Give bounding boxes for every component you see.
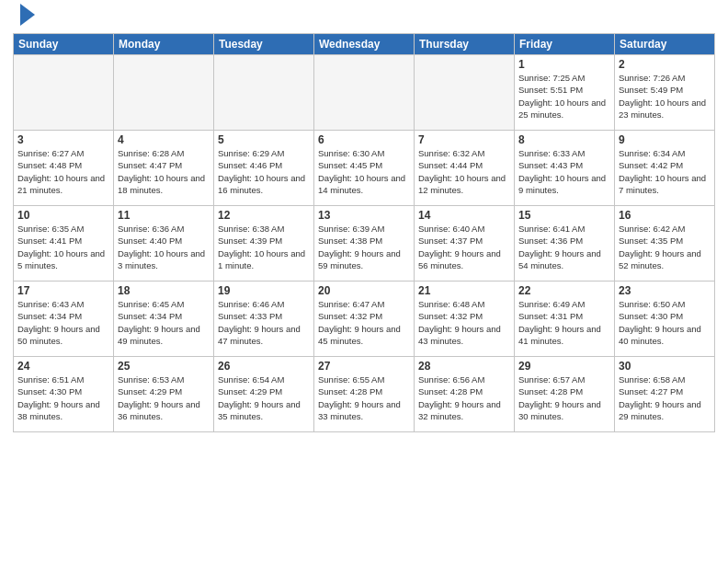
day-info: Sunrise: 6:28 AM Sunset: 4:47 PM Dayligh…: [118, 147, 210, 196]
day-number: 30: [619, 360, 711, 373]
header: [13, 9, 715, 28]
day-info: Sunrise: 6:53 AM Sunset: 4:29 PM Dayligh…: [118, 373, 210, 422]
week-row-3: 10Sunrise: 6:35 AM Sunset: 4:41 PM Dayli…: [14, 206, 715, 282]
calendar-cell: 4Sunrise: 6:28 AM Sunset: 4:47 PM Daylig…: [114, 131, 214, 206]
day-info: Sunrise: 6:58 AM Sunset: 4:27 PM Dayligh…: [619, 373, 711, 422]
calendar-cell: 18Sunrise: 6:45 AM Sunset: 4:34 PM Dayli…: [114, 282, 214, 357]
day-number: 28: [418, 360, 510, 373]
calendar-cell: 13Sunrise: 6:39 AM Sunset: 4:38 PM Dayli…: [314, 206, 415, 282]
calendar-cell: 9Sunrise: 6:34 AM Sunset: 4:42 PM Daylig…: [615, 131, 715, 206]
day-number: 6: [318, 133, 410, 146]
calendar-cell: 30Sunrise: 6:58 AM Sunset: 4:27 PM Dayli…: [615, 357, 715, 432]
day-info: Sunrise: 6:30 AM Sunset: 4:45 PM Dayligh…: [318, 147, 410, 196]
weekday-header-thursday: Thursday: [415, 34, 515, 55]
day-info: Sunrise: 6:45 AM Sunset: 4:34 PM Dayligh…: [118, 298, 210, 347]
day-number: 8: [518, 133, 610, 146]
calendar-cell: [114, 55, 214, 131]
day-info: Sunrise: 6:33 AM Sunset: 4:43 PM Dayligh…: [518, 147, 610, 196]
calendar-cell: 11Sunrise: 6:36 AM Sunset: 4:40 PM Dayli…: [114, 206, 214, 282]
day-info: Sunrise: 6:47 AM Sunset: 4:32 PM Dayligh…: [318, 298, 410, 347]
day-number: 1: [518, 58, 610, 71]
page: SundayMondayTuesdayWednesdayThursdayFrid…: [0, 0, 728, 563]
weekday-header-sunday: Sunday: [14, 34, 114, 55]
calendar-cell: 17Sunrise: 6:43 AM Sunset: 4:34 PM Dayli…: [14, 282, 114, 357]
calendar-table: SundayMondayTuesdayWednesdayThursdayFrid…: [13, 33, 715, 432]
day-number: 20: [318, 284, 410, 297]
calendar-cell: 27Sunrise: 6:55 AM Sunset: 4:28 PM Dayli…: [314, 357, 415, 432]
calendar-cell: [415, 55, 515, 131]
calendar-cell: 24Sunrise: 6:51 AM Sunset: 4:30 PM Dayli…: [14, 357, 114, 432]
day-number: 21: [418, 284, 510, 297]
weekday-header-friday: Friday: [515, 34, 615, 55]
day-number: 11: [118, 209, 210, 222]
calendar-cell: 3Sunrise: 6:27 AM Sunset: 4:48 PM Daylig…: [14, 131, 114, 206]
day-info: Sunrise: 7:25 AM Sunset: 5:51 PM Dayligh…: [518, 72, 610, 121]
calendar-cell: 5Sunrise: 6:29 AM Sunset: 4:46 PM Daylig…: [214, 131, 314, 206]
calendar-cell: 8Sunrise: 6:33 AM Sunset: 4:43 PM Daylig…: [515, 131, 615, 206]
day-info: Sunrise: 6:54 AM Sunset: 4:29 PM Dayligh…: [218, 373, 310, 422]
day-info: Sunrise: 6:51 AM Sunset: 4:30 PM Dayligh…: [17, 373, 109, 422]
calendar-cell: 16Sunrise: 6:42 AM Sunset: 4:35 PM Dayli…: [615, 206, 715, 282]
weekday-header-monday: Monday: [114, 34, 214, 55]
day-number: 3: [17, 133, 109, 146]
day-info: Sunrise: 6:29 AM Sunset: 4:46 PM Dayligh…: [218, 147, 310, 196]
calendar-cell: 20Sunrise: 6:47 AM Sunset: 4:32 PM Dayli…: [314, 282, 415, 357]
day-info: Sunrise: 6:50 AM Sunset: 4:30 PM Dayligh…: [619, 298, 711, 347]
day-number: 12: [218, 209, 310, 222]
day-number: 29: [518, 360, 610, 373]
calendar-cell: 6Sunrise: 6:30 AM Sunset: 4:45 PM Daylig…: [314, 131, 415, 206]
calendar-cell: 1Sunrise: 7:25 AM Sunset: 5:51 PM Daylig…: [515, 55, 615, 131]
calendar-cell: 26Sunrise: 6:54 AM Sunset: 4:29 PM Dayli…: [214, 357, 314, 432]
day-info: Sunrise: 6:48 AM Sunset: 4:32 PM Dayligh…: [418, 298, 510, 347]
weekday-header-saturday: Saturday: [615, 34, 715, 55]
day-number: 22: [518, 284, 610, 297]
day-number: 18: [118, 284, 210, 297]
day-info: Sunrise: 7:26 AM Sunset: 5:49 PM Dayligh…: [619, 72, 711, 121]
day-info: Sunrise: 6:38 AM Sunset: 4:39 PM Dayligh…: [218, 223, 310, 271]
day-number: 4: [118, 133, 210, 146]
calendar-cell: 12Sunrise: 6:38 AM Sunset: 4:39 PM Dayli…: [214, 206, 314, 282]
day-info: Sunrise: 6:46 AM Sunset: 4:33 PM Dayligh…: [218, 298, 310, 347]
day-number: 24: [17, 360, 109, 373]
calendar-cell: 19Sunrise: 6:46 AM Sunset: 4:33 PM Dayli…: [214, 282, 314, 357]
day-number: 2: [619, 58, 711, 71]
week-row-4: 17Sunrise: 6:43 AM Sunset: 4:34 PM Dayli…: [14, 282, 715, 357]
day-number: 16: [619, 209, 711, 222]
day-number: 23: [619, 284, 711, 297]
calendar-cell: 7Sunrise: 6:32 AM Sunset: 4:44 PM Daylig…: [415, 131, 515, 206]
svg-marker-0: [20, 4, 35, 26]
day-info: Sunrise: 6:41 AM Sunset: 4:36 PM Dayligh…: [518, 223, 610, 271]
day-number: 5: [218, 133, 310, 146]
weekday-header-tuesday: Tuesday: [214, 34, 314, 55]
week-row-2: 3Sunrise: 6:27 AM Sunset: 4:48 PM Daylig…: [14, 131, 715, 206]
day-number: 7: [418, 133, 510, 146]
day-info: Sunrise: 6:35 AM Sunset: 4:41 PM Dayligh…: [17, 223, 109, 271]
day-info: Sunrise: 6:39 AM Sunset: 4:38 PM Dayligh…: [318, 223, 410, 271]
calendar-cell: 14Sunrise: 6:40 AM Sunset: 4:37 PM Dayli…: [415, 206, 515, 282]
day-number: 10: [17, 209, 109, 222]
calendar-cell: [214, 55, 314, 131]
day-info: Sunrise: 6:40 AM Sunset: 4:37 PM Dayligh…: [418, 223, 510, 271]
day-number: 13: [318, 209, 410, 222]
day-info: Sunrise: 6:43 AM Sunset: 4:34 PM Dayligh…: [17, 298, 109, 347]
day-info: Sunrise: 6:49 AM Sunset: 4:31 PM Dayligh…: [518, 298, 610, 347]
calendar-cell: 15Sunrise: 6:41 AM Sunset: 4:36 PM Dayli…: [515, 206, 615, 282]
calendar-cell: [14, 55, 114, 131]
day-info: Sunrise: 6:55 AM Sunset: 4:28 PM Dayligh…: [318, 373, 410, 422]
calendar-cell: 29Sunrise: 6:57 AM Sunset: 4:28 PM Dayli…: [515, 357, 615, 432]
calendar-cell: 25Sunrise: 6:53 AM Sunset: 4:29 PM Dayli…: [114, 357, 214, 432]
day-info: Sunrise: 6:36 AM Sunset: 4:40 PM Dayligh…: [118, 223, 210, 271]
day-info: Sunrise: 6:32 AM Sunset: 4:44 PM Dayligh…: [418, 147, 510, 196]
day-info: Sunrise: 6:57 AM Sunset: 4:28 PM Dayligh…: [518, 373, 610, 422]
day-number: 14: [418, 209, 510, 222]
day-number: 19: [218, 284, 310, 297]
logo: [13, 9, 37, 28]
week-row-1: 1Sunrise: 7:25 AM Sunset: 5:51 PM Daylig…: [14, 55, 715, 131]
logo-icon: [17, 2, 37, 28]
calendar-cell: 10Sunrise: 6:35 AM Sunset: 4:41 PM Dayli…: [14, 206, 114, 282]
day-info: Sunrise: 6:56 AM Sunset: 4:28 PM Dayligh…: [418, 373, 510, 422]
calendar-cell: 23Sunrise: 6:50 AM Sunset: 4:30 PM Dayli…: [615, 282, 715, 357]
weekday-header-wednesday: Wednesday: [314, 34, 415, 55]
day-number: 26: [218, 360, 310, 373]
calendar-cell: 2Sunrise: 7:26 AM Sunset: 5:49 PM Daylig…: [615, 55, 715, 131]
